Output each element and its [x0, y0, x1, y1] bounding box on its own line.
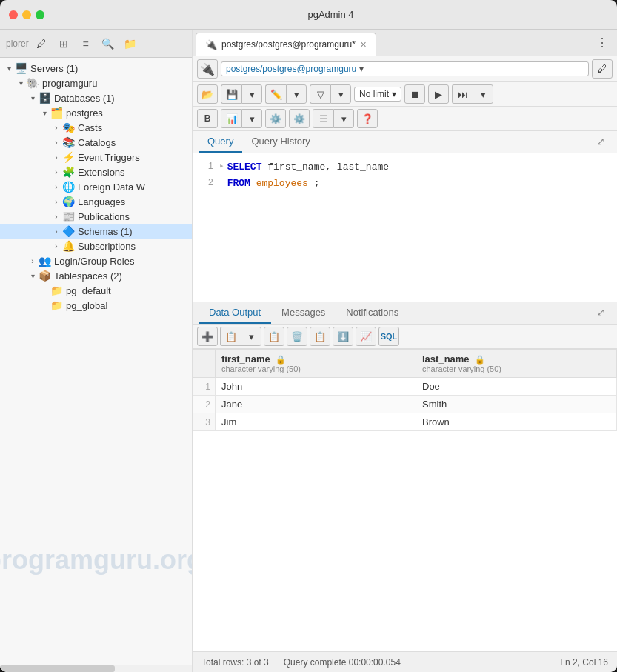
- rollback-btn[interactable]: ⚙️: [289, 109, 310, 128]
- code-content: FROM employees ;: [227, 176, 320, 191]
- table-row: 2 Jane Smith: [193, 396, 617, 413]
- delete-btn[interactable]: 🗑️: [287, 327, 307, 346]
- row-num-header: [193, 350, 216, 378]
- collapse-arrow: ›: [50, 153, 62, 162]
- duplicate-btn[interactable]: 📋: [310, 327, 330, 346]
- sidebar-item-servers[interactable]: ▾ 🖥️ Servers (1): [0, 61, 192, 76]
- query-tab[interactable]: 🔌 postgres/postgres@programguru* ✕: [196, 33, 376, 56]
- run-dropdown-btn[interactable]: ▾: [473, 84, 493, 104]
- sidebar-item-languages[interactable]: › 🌍 Languages: [0, 194, 192, 209]
- connection-select[interactable]: postgres/postgres@programguru ▾: [221, 61, 589, 76]
- sidebar-tool-list-btn[interactable]: ≡: [76, 34, 96, 53]
- collapse-arrow: ›: [50, 183, 62, 191]
- sidebar-item-event-triggers[interactable]: › ⚡ Event Triggers: [0, 150, 192, 164]
- sidebar-item-programguru[interactable]: ▾ 🐘 programguru: [0, 76, 192, 90]
- format-btn[interactable]: ☰: [313, 109, 333, 128]
- download-btn[interactable]: ⬇️: [333, 327, 353, 346]
- collapse-arrow: ›: [50, 139, 62, 147]
- filter-btn[interactable]: ▽: [310, 84, 330, 104]
- server-icon: 🐘: [27, 77, 39, 89]
- chart-dropdown-btn[interactable]: ▾: [241, 109, 262, 128]
- login-roles-icon: 👥: [39, 255, 51, 267]
- filter-dropdown-btn[interactable]: ▾: [330, 84, 351, 104]
- folder-icon: 📁: [50, 299, 63, 311]
- edit-dropdown-btn[interactable]: ▾: [286, 84, 307, 104]
- sidebar-item-databases[interactable]: ▾ 🗄️ Databases (1): [0, 90, 192, 105]
- bottom-expand-btn[interactable]: ⤢: [591, 302, 611, 324]
- lock-icon: 🔒: [276, 355, 286, 364]
- save-dropdown-btn[interactable]: ▾: [241, 84, 262, 104]
- no-limit-select[interactable]: No limit ▾: [354, 87, 401, 102]
- script-type-btn[interactable]: 🖊: [592, 59, 613, 79]
- code-editor[interactable]: 1 ▸ SELECT first_name, last_name 2 ▸ FRO…: [193, 153, 617, 302]
- tab-notifications[interactable]: Notifications: [336, 302, 409, 324]
- copy-dropdown-btn[interactable]: ▾: [241, 327, 261, 346]
- status-cursor: Ln 2, Col 16: [560, 657, 608, 668]
- sidebar-item-postgres[interactable]: ▾ 🗂️ postgres: [0, 105, 192, 120]
- connection-type-btn[interactable]: 🔌: [197, 59, 218, 79]
- tab-query[interactable]: Query: [199, 131, 242, 153]
- subscriptions-label: Subscriptions: [78, 241, 136, 252]
- sidebar-item-publications[interactable]: › 📰 Publications: [0, 209, 192, 224]
- tab-more-btn[interactable]: ⋮: [590, 30, 614, 56]
- edit-btn[interactable]: ✏️: [265, 84, 286, 104]
- paste-btn[interactable]: 📋: [264, 327, 284, 346]
- collapse-arrow: ›: [50, 227, 62, 236]
- add-row-btn[interactable]: ➕: [197, 327, 218, 346]
- sidebar-item-pg-default[interactable]: › 📁 pg_default: [0, 283, 192, 298]
- line-arrow: ▸: [219, 160, 224, 173]
- tab-close-btn[interactable]: ✕: [360, 40, 367, 50]
- sidebar-item-catalogs[interactable]: › 📚 Catalogs: [0, 135, 192, 150]
- sidebar-scrollbar-thumb[interactable]: [0, 665, 115, 672]
- sidebar-scrollbar[interactable]: [0, 665, 192, 672]
- bottom-tab-bar: Data Output Messages Notifications ⤢: [193, 302, 617, 325]
- filter-group: ▽ ▾: [310, 84, 351, 104]
- tab-data-output[interactable]: Data Output: [199, 302, 271, 324]
- schemas-label: Schemas (1): [78, 226, 133, 237]
- stop-btn[interactable]: ⏹: [404, 84, 425, 104]
- pg-global-label: pg_global: [66, 300, 107, 311]
- chart-btn[interactable]: 📊: [221, 109, 241, 128]
- languages-icon: 🌍: [62, 196, 75, 207]
- minimize-button[interactable]: [22, 10, 31, 19]
- maximize-button[interactable]: [36, 10, 44, 19]
- explain-btn[interactable]: B: [197, 109, 218, 128]
- cell-first-name: Jane: [216, 396, 416, 413]
- sidebar-item-pg-global[interactable]: › 📁 pg_global: [0, 298, 192, 313]
- chart-data-btn[interactable]: 📈: [356, 327, 376, 346]
- data-table: first_name 🔒 character varying (50) last…: [193, 349, 617, 431]
- tab-messages[interactable]: Messages: [271, 302, 336, 324]
- query-expand-btn[interactable]: ⤢: [590, 131, 611, 153]
- commit-btn[interactable]: ⚙️: [265, 109, 286, 128]
- sidebar-item-login-roles[interactable]: › 👥 Login/Group Roles: [0, 253, 192, 268]
- sidebar-item-subscriptions[interactable]: › 🔔 Subscriptions: [0, 239, 192, 253]
- run-btn[interactable]: ▶: [428, 84, 449, 104]
- open-file-btn[interactable]: 📂: [197, 84, 218, 104]
- table-row: 1 John Doe: [193, 378, 617, 396]
- sidebar-tool-folder-btn[interactable]: 📁: [121, 34, 140, 53]
- sidebar-item-tablespaces[interactable]: ▾ 📦 Tablespaces (2): [0, 268, 192, 283]
- sidebar-item-schemas[interactable]: › 🔷 Schemas (1): [0, 224, 192, 239]
- sql-btn[interactable]: SQL: [378, 327, 399, 346]
- window-title: pgAdmin 4: [53, 9, 608, 20]
- tab-query-history[interactable]: Query History: [242, 131, 318, 153]
- sidebar-item-extensions[interactable]: › 🧩 Extensions: [0, 164, 192, 179]
- sidebar-tool-grid-btn[interactable]: ⊞: [54, 34, 73, 53]
- help-btn[interactable]: ❓: [357, 109, 378, 128]
- publications-icon: 📰: [62, 210, 75, 222]
- run-group: ⏭ ▾: [452, 84, 493, 104]
- sidebar-tool-search-btn[interactable]: 🔍: [99, 34, 118, 53]
- save-btn[interactable]: 💾: [221, 84, 241, 104]
- databases-label: Databases (1): [54, 93, 115, 104]
- expand-arrow: ▾: [27, 272, 39, 280]
- close-button[interactable]: [9, 10, 18, 19]
- run-options-btn[interactable]: ⏭: [452, 84, 473, 104]
- expand-arrow: ▾: [3, 64, 15, 73]
- sidebar-tool-object-btn[interactable]: 🖊: [32, 34, 51, 53]
- format-dropdown-btn[interactable]: ▾: [333, 109, 354, 128]
- copy-btn[interactable]: 📋: [220, 327, 241, 346]
- subscriptions-icon: 🔔: [62, 240, 75, 252]
- sidebar-item-casts[interactable]: › 🎭 Casts: [0, 120, 192, 135]
- sidebar-toolbar: plorer 🖊 ⊞ ≡ 🔍 📁: [0, 30, 192, 58]
- sidebar-item-foreign-data[interactable]: › 🌐 Foreign Data W: [0, 179, 192, 194]
